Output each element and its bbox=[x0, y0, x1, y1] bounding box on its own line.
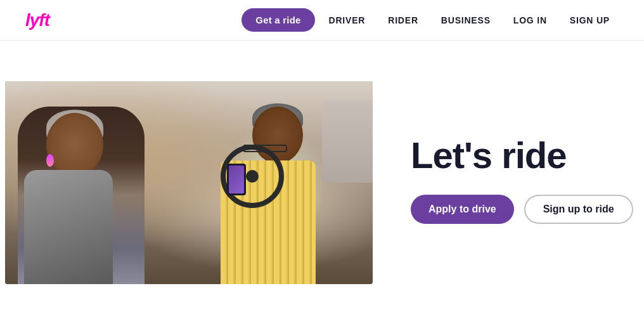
hero-section: Let's ride Apply to drive Sign up to rid… bbox=[0, 41, 644, 318]
phone-screen-decoration bbox=[229, 166, 244, 193]
hero-content: Let's ride Apply to drive Sign up to rid… bbox=[373, 135, 644, 224]
phone-decoration bbox=[227, 164, 246, 195]
passenger-figure bbox=[18, 107, 145, 284]
passenger-jacket bbox=[24, 170, 113, 284]
logo-area: lyft bbox=[25, 10, 49, 30]
nav-login-link[interactable]: LOG IN bbox=[505, 9, 556, 32]
passenger-earring bbox=[46, 154, 54, 167]
lyft-logo: lyft bbox=[25, 10, 49, 30]
nav-business-link[interactable]: BUSINESS bbox=[432, 9, 499, 32]
main-nav: Get a ride DRIVER RIDER BUSINESS LOG IN … bbox=[242, 8, 619, 32]
passenger-head bbox=[46, 113, 103, 176]
nav-driver-link[interactable]: DRIVER bbox=[320, 9, 375, 32]
header: lyft Get a ride DRIVER RIDER BUSINESS LO… bbox=[0, 0, 644, 41]
hero-image bbox=[5, 81, 373, 284]
hero-image-container bbox=[5, 81, 373, 284]
hero-title: Let's ride bbox=[411, 135, 567, 176]
apply-to-drive-button[interactable]: Apply to drive bbox=[411, 195, 514, 224]
nav-rider-link[interactable]: RIDER bbox=[379, 9, 427, 32]
sign-up-to-ride-button[interactable]: Sign up to ride bbox=[524, 195, 633, 224]
nav-signup-link[interactable]: SIGN UP bbox=[561, 9, 619, 32]
hero-buttons: Apply to drive Sign up to ride bbox=[411, 195, 633, 224]
headrest-decoration bbox=[322, 100, 373, 183]
steering-wheel-center bbox=[246, 170, 259, 183]
get-a-ride-button[interactable]: Get a ride bbox=[242, 8, 314, 32]
